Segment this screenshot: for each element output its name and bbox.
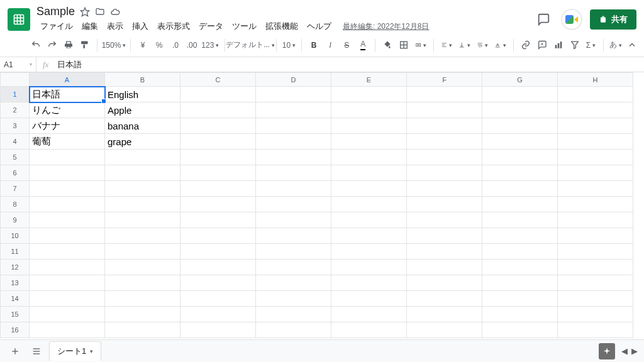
cell[interactable]: 日本語 (30, 87, 105, 102)
cell[interactable] (180, 275, 256, 291)
row-header[interactable]: 7 (1, 181, 30, 197)
cell[interactable] (407, 102, 482, 118)
decrease-decimal-button[interactable]: .0 (169, 40, 182, 51)
cell[interactable] (407, 197, 482, 212)
cell[interactable] (256, 244, 331, 260)
cell[interactable] (256, 134, 331, 150)
cell[interactable] (256, 87, 331, 102)
move-folder-icon[interactable] (95, 7, 105, 17)
menu-tools[interactable]: ツール (228, 19, 260, 33)
paint-format-icon[interactable] (78, 37, 92, 53)
row-header[interactable]: 8 (1, 197, 30, 212)
row-header[interactable]: 3 (1, 118, 30, 134)
row-header[interactable]: 13 (1, 275, 30, 291)
cell[interactable] (482, 181, 558, 197)
cell[interactable] (30, 165, 105, 181)
cell[interactable] (331, 307, 407, 322)
cell[interactable] (482, 197, 558, 212)
row-header[interactable]: 5 (1, 150, 30, 165)
cell[interactable] (331, 102, 407, 118)
row-header[interactable]: 9 (1, 212, 30, 228)
cell[interactable] (30, 228, 105, 244)
cell[interactable] (482, 322, 558, 338)
menu-file[interactable]: ファイル (36, 19, 77, 33)
row-header[interactable]: 10 (1, 228, 30, 244)
cell[interactable] (30, 322, 105, 338)
scroll-left-icon[interactable]: ◀ (621, 346, 628, 356)
font-size-select[interactable]: 10 (282, 40, 297, 51)
vertical-align-button[interactable] (457, 37, 472, 53)
cell[interactable] (482, 260, 558, 275)
cell[interactable] (558, 307, 633, 322)
cell[interactable] (558, 275, 633, 291)
cell[interactable] (407, 244, 482, 260)
app-logo[interactable] (8, 8, 30, 31)
text-color-button[interactable]: A (356, 37, 370, 53)
font-select[interactable]: デフォルト... (230, 38, 271, 52)
cell[interactable] (331, 118, 407, 134)
bold-button[interactable]: B (307, 38, 321, 52)
cell[interactable] (331, 87, 407, 102)
last-edit-link[interactable]: 最終編集: 2022年12月8日 (343, 21, 429, 32)
insert-comment-icon[interactable] (535, 37, 549, 53)
cell[interactable] (558, 291, 633, 307)
name-box[interactable]: A1 (0, 57, 36, 72)
horizontal-scroll[interactable]: ◀▶ (621, 346, 638, 356)
cell[interactable] (256, 102, 331, 118)
cell[interactable]: banana (105, 118, 180, 134)
cell[interactable] (331, 150, 407, 165)
cell[interactable] (105, 212, 180, 228)
cell[interactable] (482, 165, 558, 181)
cell[interactable] (105, 150, 180, 165)
cell[interactable] (180, 307, 256, 322)
column-header[interactable]: F (407, 73, 482, 87)
menu-extensions[interactable]: 拡張機能 (262, 19, 302, 33)
cell[interactable] (558, 102, 633, 118)
cell[interactable] (558, 181, 633, 197)
cell[interactable] (30, 150, 105, 165)
cell[interactable] (482, 134, 558, 150)
cell[interactable] (30, 291, 105, 307)
cell[interactable] (558, 134, 633, 150)
cell[interactable] (558, 244, 633, 260)
cell[interactable] (482, 275, 558, 291)
cell[interactable] (407, 134, 482, 150)
document-title[interactable]: Sample (36, 5, 75, 18)
cell[interactable] (558, 322, 633, 338)
cell[interactable] (331, 228, 407, 244)
cell[interactable] (407, 322, 482, 338)
cell[interactable] (558, 165, 633, 181)
cell[interactable] (180, 291, 256, 307)
cell[interactable] (331, 197, 407, 212)
cell[interactable] (180, 87, 256, 102)
cell[interactable] (30, 260, 105, 275)
menu-help[interactable]: ヘルプ (303, 19, 335, 33)
cell[interactable] (407, 87, 482, 102)
cell[interactable] (407, 165, 482, 181)
cell[interactable] (105, 291, 180, 307)
cell[interactable] (30, 212, 105, 228)
zoom-select[interactable]: 150% (103, 40, 126, 51)
cell[interactable] (256, 228, 331, 244)
strikethrough-button[interactable]: S (340, 38, 353, 52)
cell[interactable] (30, 197, 105, 212)
cell[interactable] (482, 150, 558, 165)
cell[interactable] (30, 275, 105, 291)
add-sheet-icon[interactable] (6, 343, 24, 360)
sheet-tab[interactable]: シート1 (49, 341, 101, 361)
cell[interactable] (180, 134, 256, 150)
percent-button[interactable]: % (152, 40, 166, 51)
cell[interactable] (407, 260, 482, 275)
cell[interactable] (105, 307, 180, 322)
cell[interactable] (558, 212, 633, 228)
cell[interactable] (256, 197, 331, 212)
collapse-toolbar-icon[interactable] (625, 37, 639, 53)
cell[interactable] (482, 291, 558, 307)
ime-button[interactable]: あ (608, 38, 623, 52)
cell[interactable]: バナナ (30, 118, 105, 134)
cell[interactable] (105, 244, 180, 260)
cell[interactable] (256, 181, 331, 197)
cell[interactable] (105, 165, 180, 181)
column-header[interactable]: A (30, 73, 105, 87)
cell[interactable] (482, 102, 558, 118)
